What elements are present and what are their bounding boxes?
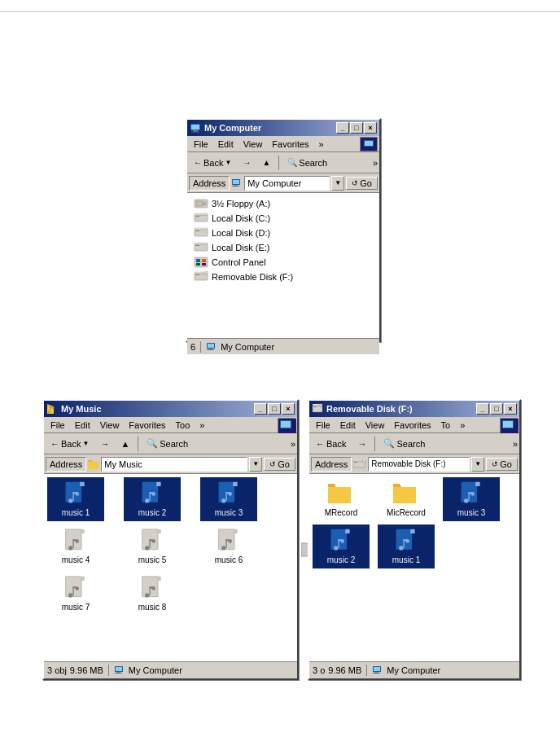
- removable-maximize-btn[interactable]: □: [490, 403, 503, 415]
- removable-menu-to[interactable]: To: [436, 419, 456, 432]
- menu-more[interactable]: »: [314, 138, 329, 151]
- music-file-3[interactable]: music 3: [200, 477, 257, 521]
- removable-window-buttons: _ □ ×: [476, 403, 517, 415]
- music-address-label: Address: [46, 457, 86, 472]
- music-address-input[interactable]: My Music: [101, 457, 247, 472]
- drive-item-c[interactable]: Local Disk (C:): [190, 211, 376, 226]
- minimize-button[interactable]: _: [336, 122, 349, 134]
- removable-menu-more[interactable]: »: [455, 419, 470, 432]
- music-address-dropdown[interactable]: ▼: [249, 457, 262, 472]
- removable-close-btn[interactable]: ×: [504, 403, 517, 415]
- music-file-5[interactable]: music 5: [124, 525, 181, 568]
- drive-item-f[interactable]: Removable Disk (F:): [190, 270, 376, 284]
- svg-rect-28: [202, 263, 206, 266]
- toolbar-more[interactable]: »: [373, 158, 378, 168]
- my-music-window[interactable]: My Music _ □ × File Edit View Favorites …: [42, 399, 299, 680]
- svg-rect-122: [393, 487, 416, 503]
- menu-view[interactable]: View: [238, 138, 268, 151]
- removable-status-pc-icon: [372, 665, 383, 675]
- menu-edit[interactable]: Edit: [213, 138, 238, 151]
- removable-search-btn[interactable]: 🔍Search: [378, 436, 430, 451]
- music-file-4[interactable]: music 4: [47, 525, 104, 568]
- toolbar-icon-area: [360, 137, 378, 151]
- svg-point-65: [221, 498, 225, 503]
- svg-rect-140: [410, 529, 414, 533]
- music-file-6[interactable]: music 6: [200, 525, 257, 568]
- music-forward-btn[interactable]: →: [95, 437, 114, 451]
- removable-go-btn[interactable]: ↺Go: [486, 458, 518, 471]
- drive-item-control-panel[interactable]: Control Panel: [190, 255, 376, 270]
- forward-button[interactable]: →: [238, 156, 256, 169]
- removable-address-dropdown[interactable]: ▼: [471, 457, 484, 472]
- my-computer-toolbar: ← ← BackBack ▼ → ▲ 🔍Search »: [187, 152, 379, 173]
- music-close-btn[interactable]: ×: [282, 403, 295, 415]
- music-search-btn[interactable]: 🔍Search: [142, 436, 193, 451]
- music-menu-favorites[interactable]: Favorites: [124, 419, 170, 432]
- removable-item-micrecord[interactable]: MicRecord: [378, 477, 435, 521]
- drive-item-d[interactable]: Local Disk (D:): [190, 226, 376, 240]
- my-music-menubar: File Edit View Favorites Too »: [44, 417, 297, 433]
- removable-item-music2[interactable]: music 2: [313, 525, 370, 568]
- removable-item-mrecord[interactable]: MRecord: [313, 477, 370, 521]
- removable-menu-edit[interactable]: Edit: [335, 419, 361, 432]
- back-button[interactable]: ← ← BackBack ▼: [189, 156, 236, 170]
- svg-point-51: [68, 498, 72, 503]
- music-status-sep: [108, 665, 109, 676]
- my-computer-window[interactable]: My Computer _ □ × File Edit View Favorit…: [186, 118, 381, 342]
- removable-item-music3[interactable]: music 3: [443, 477, 500, 521]
- svg-rect-16: [195, 213, 208, 215]
- music-menu-edit[interactable]: Edit: [70, 419, 95, 432]
- music-maximize-btn[interactable]: □: [268, 403, 281, 415]
- close-button[interactable]: ×: [364, 122, 377, 134]
- svg-rect-19: [195, 228, 208, 230]
- removable-back-btn[interactable]: ←Back: [311, 437, 351, 451]
- music-go-btn[interactable]: ↺Go: [264, 458, 295, 471]
- removable-forward-btn[interactable]: →: [352, 437, 371, 451]
- menu-favorites[interactable]: Favorites: [267, 138, 313, 151]
- removable-address-input[interactable]: Removable Disk (F:): [368, 457, 470, 472]
- removable-menu-view[interactable]: View: [361, 419, 390, 432]
- music-file-7[interactable]: music 7: [47, 572, 104, 616]
- removable-disk-window[interactable]: Removable Disk (F:) _ □ × File Edit View…: [308, 399, 521, 680]
- svg-rect-105: [116, 667, 122, 671]
- music-status-size: 9.96 MB: [70, 665, 103, 675]
- music-back-btn[interactable]: ←Back▼: [46, 437, 94, 451]
- music-file-8[interactable]: music 8: [124, 572, 181, 616]
- removable-minimize-btn[interactable]: _: [476, 403, 489, 415]
- my-music-titlebar: My Music _ □ ×: [44, 401, 297, 417]
- drive-item-e[interactable]: Local Disk (E:): [190, 240, 376, 255]
- removable-status-sep: [366, 665, 367, 676]
- music-menu-too[interactable]: Too: [171, 419, 195, 432]
- removable-menu-file[interactable]: File: [311, 419, 335, 432]
- address-pc-icon: [231, 178, 243, 189]
- removable-toolbar-more[interactable]: »: [513, 439, 518, 449]
- svg-rect-50: [80, 482, 84, 486]
- removable-item-music1[interactable]: music 1: [378, 525, 435, 568]
- svg-rect-85: [233, 529, 237, 533]
- music-menu-view[interactable]: View: [95, 419, 125, 432]
- removable-status-count: 3 o: [313, 665, 325, 675]
- drive-item-a[interactable]: 3½ Floppy (A:): [190, 196, 376, 211]
- music-toolbar-more[interactable]: »: [291, 439, 295, 449]
- music-minimize-btn[interactable]: _: [254, 403, 267, 415]
- music-up-btn[interactable]: ▲: [116, 437, 134, 451]
- music-file-2[interactable]: music 2: [124, 477, 181, 521]
- svg-rect-126: [475, 482, 479, 486]
- up-button[interactable]: ▲: [257, 156, 275, 169]
- go-button[interactable]: ↺Go: [346, 177, 378, 190]
- menu-file[interactable]: File: [189, 138, 213, 151]
- music-file-1[interactable]: music 1: [47, 477, 104, 521]
- search-button[interactable]: 🔍Search: [282, 156, 332, 170]
- address-dropdown[interactable]: ▼: [331, 176, 344, 191]
- removable-menu-favorites[interactable]: Favorites: [389, 419, 435, 432]
- music-menu-more[interactable]: »: [195, 419, 209, 432]
- svg-point-100: [145, 593, 149, 597]
- svg-rect-25: [196, 259, 200, 262]
- maximize-button[interactable]: □: [350, 122, 363, 134]
- my-music-title-icon: [46, 403, 58, 415]
- removable-address-label: Address: [311, 457, 352, 472]
- address-input[interactable]: My Computer: [244, 176, 330, 191]
- svg-rect-112: [320, 404, 322, 407]
- svg-rect-8: [233, 180, 239, 184]
- music-menu-file[interactable]: File: [46, 419, 70, 432]
